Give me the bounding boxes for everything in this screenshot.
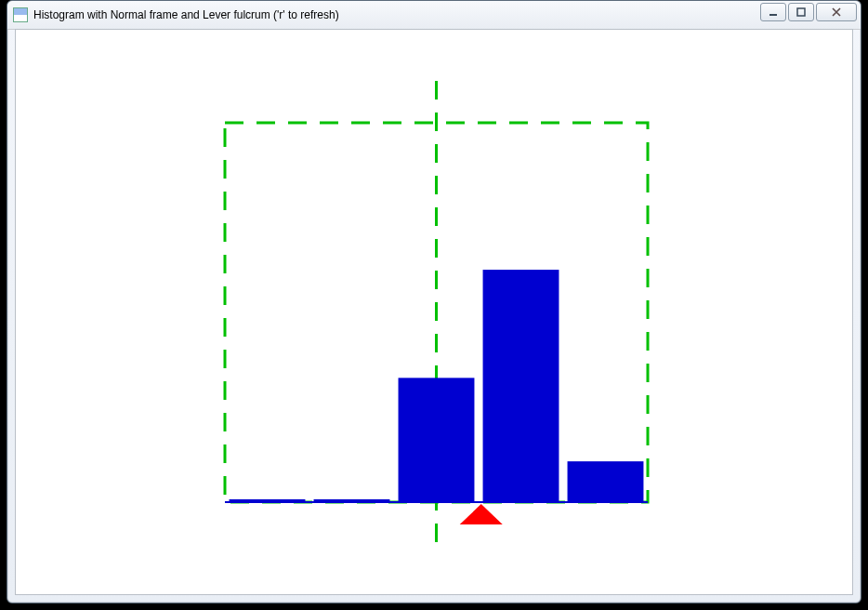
histogram-bar (483, 270, 559, 502)
minimize-button[interactable] (760, 3, 786, 21)
client-area (15, 29, 853, 595)
titlebar[interactable]: Histogram with Normal frame and Lever fu… (7, 1, 861, 30)
desktop-background: Histogram with Normal frame and Lever fu… (0, 0, 868, 610)
close-icon (830, 7, 843, 18)
app-window: Histogram with Normal frame and Lever fu… (7, 0, 861, 603)
minimize-icon (768, 7, 779, 18)
lever-fulcrum (460, 504, 503, 524)
histogram-bar (399, 378, 475, 502)
maximize-button[interactable] (788, 3, 814, 21)
window-controls (760, 3, 857, 21)
window-title: Histogram with Normal frame and Lever fu… (33, 8, 339, 21)
maximize-icon (796, 7, 807, 18)
histogram-bar (568, 461, 644, 502)
svg-rect-0 (769, 14, 777, 16)
close-button[interactable] (816, 3, 857, 21)
app-icon (13, 7, 28, 22)
svg-rect-1 (797, 8, 805, 16)
histogram-plot (16, 30, 852, 595)
